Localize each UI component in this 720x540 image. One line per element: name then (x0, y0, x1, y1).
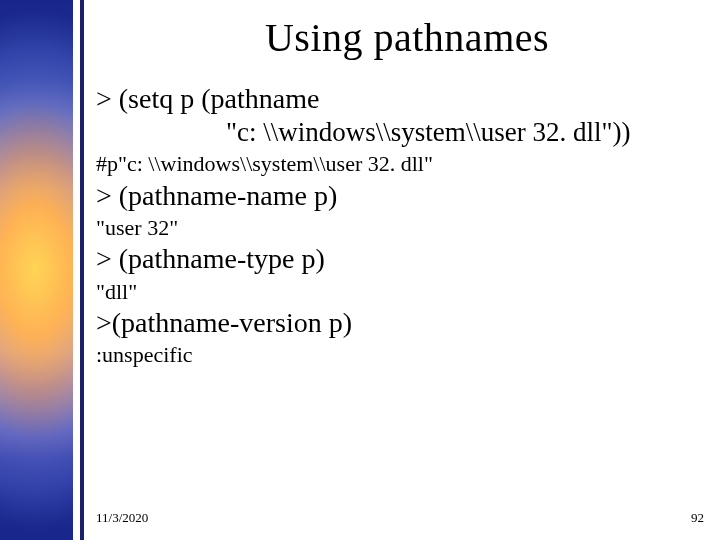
code-line: > (pathname-type p) (96, 243, 720, 275)
code-line: "dll" (96, 278, 720, 306)
footer-page-number: 92 (691, 510, 704, 526)
slide-title: Using pathnames (94, 14, 720, 61)
slide-footer: 11/3/2020 92 (96, 510, 704, 526)
code-line: "c: \\windows\\system\\user 32. dll")) (96, 117, 720, 148)
code-line: > (pathname-name p) (96, 180, 720, 212)
code-line: > (setq p (pathname (96, 83, 720, 115)
slide-body: > (setq p (pathname "c: \\windows\\syste… (94, 83, 720, 369)
slide-content: Using pathnames > (setq p (pathname "c: … (94, 0, 720, 540)
code-line: #p"c: \\windows\\system\\user 32. dll" (96, 150, 720, 178)
code-line: >(pathname-version p) (96, 307, 720, 339)
sidebar-border (80, 0, 84, 540)
footer-date: 11/3/2020 (96, 510, 148, 526)
code-line: :unspecific (96, 341, 720, 369)
decorative-sidebar (0, 0, 80, 540)
code-line: "user 32" (96, 214, 720, 242)
